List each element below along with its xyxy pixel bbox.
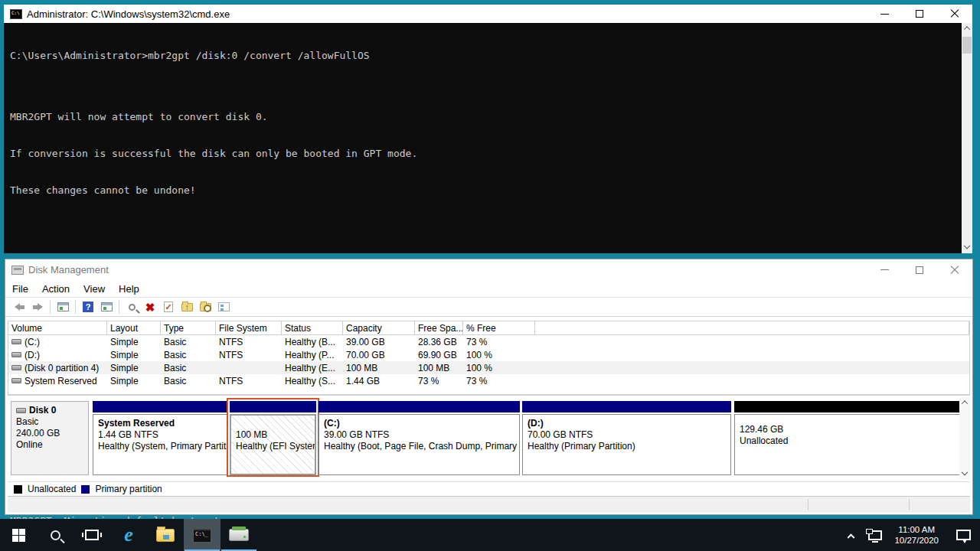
partition-unallocated[interactable]: 129.46 GB Unallocated	[734, 401, 961, 475]
disk-icon	[16, 408, 26, 413]
primary-partition-swatch	[81, 485, 90, 494]
scroll-down-icon[interactable]	[959, 469, 970, 480]
column-header-pctfree[interactable]: % Free	[463, 321, 535, 334]
column-header-capacity[interactable]: Capacity	[343, 321, 415, 334]
windows-logo-icon	[12, 529, 25, 542]
internet-explorer-icon: e	[124, 525, 133, 545]
console-line: C:\Users\Administrator>mbr2gpt /disk:0 /…	[10, 50, 962, 62]
volume-icon	[11, 365, 21, 370]
cmd-icon: C:\	[10, 9, 22, 19]
disk0-size: 240.00 GB	[16, 428, 83, 439]
partition-efi-system[interactable]: 100 MB Healthy (EFI Systen	[230, 401, 316, 475]
partition-c[interactable]: (C:) 39.00 GB NTFS Healthy (Boot, Page F…	[318, 401, 520, 475]
help-button[interactable]: ?	[79, 298, 97, 315]
partition-system-reserved[interactable]: System Reserved 1.44 GB NTFS Healthy (Sy…	[93, 401, 227, 475]
tray-expand-button[interactable]	[838, 533, 864, 538]
volume-icon	[11, 352, 21, 357]
check-disk-button[interactable]: ✓	[159, 298, 178, 315]
cmd-icon: C:\_	[193, 528, 211, 543]
chevron-up-icon	[847, 533, 854, 541]
explore-button[interactable]	[196, 298, 214, 315]
table-row-selected[interactable]: (Disk 0 partition 4) Simple Basic Health…	[8, 361, 969, 374]
volume-list-header: Volume Layout Type File System Status Ca…	[8, 321, 969, 335]
volume-list: Volume Layout Type File System Status Ca…	[8, 321, 970, 395]
disk-area-scrollbar[interactable]	[959, 397, 970, 480]
partition-d[interactable]: (D:) 70.00 GB NTFS Healthy (Primary Part…	[522, 401, 731, 475]
disk0-type: Basic	[16, 416, 83, 428]
back-button[interactable]	[10, 298, 28, 315]
table-row[interactable]: (D:) Simple Basic NTFS Healthy (P... 70.…	[8, 348, 969, 361]
column-header-layout[interactable]: Layout	[107, 321, 161, 334]
menu-view[interactable]: View	[77, 283, 112, 295]
cmd-window: C:\ Administrator: C:\Windows\system32\c…	[4, 5, 972, 253]
disk-graphic-area: Disk 0 Basic 240.00 GB Online System Res…	[8, 395, 970, 481]
menu-action[interactable]: Action	[35, 283, 77, 295]
show-action-pane-button[interactable]	[97, 298, 116, 315]
console-line	[10, 221, 962, 233]
scroll-up-icon[interactable]	[959, 397, 970, 408]
network-icon	[868, 530, 882, 540]
properties-button[interactable]	[122, 298, 141, 315]
minimize-button[interactable]	[867, 259, 902, 280]
unallocated-swatch	[14, 485, 22, 494]
cmd-window-title: Administrator: C:\Windows\system32\cmd.e…	[27, 8, 867, 20]
table-row[interactable]: (C:) Simple Basic NTFS Healthy (B... 39.…	[8, 335, 969, 348]
volume-icon	[11, 378, 21, 383]
toolbar: ? ✖ ✓	[5, 298, 972, 317]
column-header-freespace[interactable]: Free Spa...	[415, 321, 463, 334]
disk-management-window: Disk Management File Action View Help ? …	[5, 259, 973, 515]
disk-drive-icon	[229, 529, 249, 541]
column-header-volume[interactable]: Volume	[8, 321, 107, 334]
maximize-button[interactable]	[902, 259, 937, 280]
close-button[interactable]	[937, 5, 972, 23]
column-header-status[interactable]: Status	[282, 321, 343, 334]
network-button[interactable]	[864, 530, 887, 540]
clock[interactable]: 11:00 AM 10/27/2020	[887, 524, 946, 546]
menu-file[interactable]: File	[5, 283, 35, 295]
clock-time: 11:00 AM	[894, 524, 939, 535]
taskbar: e C:\_ 11:00 AM 10/27/2020	[0, 519, 980, 551]
disk-management-icon	[11, 266, 24, 275]
disk-tool-taskbar-button[interactable]	[220, 519, 257, 551]
search-icon	[51, 530, 60, 540]
disk0-label-panel[interactable]: Disk 0 Basic 240.00 GB Online	[11, 401, 89, 475]
view-options-button[interactable]	[214, 298, 233, 315]
forward-button[interactable]	[28, 298, 47, 315]
disk-management-title: Disk Management	[28, 264, 867, 276]
legend-label-primary: Primary partition	[95, 484, 162, 494]
menu-help[interactable]: Help	[112, 283, 146, 295]
action-center-button[interactable]	[946, 530, 980, 540]
scroll-down-icon[interactable]	[962, 243, 972, 253]
open-button[interactable]	[178, 298, 196, 315]
table-row[interactable]: System Reserved Simple Basic NTFS Health…	[8, 374, 969, 387]
minimize-button[interactable]	[867, 5, 902, 23]
close-button[interactable]	[937, 259, 972, 280]
cmd-titlebar[interactable]: C:\ Administrator: C:\Windows\system32\c…	[4, 5, 972, 23]
delete-button[interactable]: ✖	[141, 298, 159, 315]
maximize-button[interactable]	[902, 5, 937, 23]
partition-color-bar	[734, 401, 961, 412]
console-scrollbar[interactable]	[962, 23, 972, 253]
task-view-icon	[85, 530, 99, 540]
action-center-icon	[956, 530, 971, 540]
start-button[interactable]	[0, 519, 37, 551]
console-line: These changes cannot be undone!	[10, 184, 962, 197]
disk-management-titlebar[interactable]: Disk Management	[5, 259, 972, 280]
volume-icon	[11, 339, 21, 344]
disk0-status: Online	[16, 439, 83, 451]
scroll-up-icon[interactable]	[962, 23, 972, 34]
internet-explorer-button[interactable]: e	[110, 519, 147, 551]
cmd-taskbar-button[interactable]: C:\_	[184, 519, 220, 551]
file-explorer-button[interactable]	[147, 519, 184, 551]
show-console-tree-button[interactable]	[54, 298, 72, 315]
partition-color-bar	[522, 401, 731, 412]
console-output: C:\Users\Administrator>mbr2gpt /disk:0 /…	[4, 23, 962, 253]
scrollbar-thumb[interactable]	[962, 37, 972, 54]
task-view-button[interactable]	[74, 519, 110, 551]
partition-color-bar	[230, 401, 316, 412]
legend-label-unallocated: Unallocated	[28, 484, 76, 494]
column-header-filesystem[interactable]: File System	[216, 321, 282, 334]
search-button[interactable]	[37, 519, 74, 551]
column-header-type[interactable]: Type	[161, 321, 216, 334]
menu-bar: File Action View Help	[5, 280, 972, 298]
